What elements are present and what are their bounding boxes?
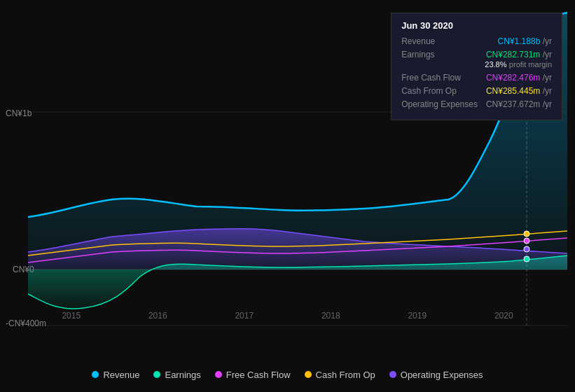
legend-label-opex: Operating Expenses — [401, 370, 483, 380]
legend-label-revenue: Revenue — [103, 370, 139, 380]
tooltip-date: Jun 30 2020 — [401, 20, 552, 31]
x-label-2020: 2020 — [494, 311, 513, 321]
tooltip-opex-label: Operating Expenses — [401, 99, 478, 109]
chart-area: CN¥1b CN¥0 -CN¥400m Jun 30 2020 Revenue … — [0, 0, 575, 357]
legend-dot-earnings — [153, 371, 160, 378]
legend-dot-fcf — [215, 371, 222, 378]
tooltip-fcf-label: Free Cash Flow — [401, 73, 461, 83]
tooltip-opex-value: CN¥237.672m /yr — [486, 99, 552, 109]
tooltip-cashfromop-value: CN¥285.445m /yr — [486, 86, 552, 96]
tooltip-revenue-value: CN¥1.188b /yr — [498, 36, 552, 46]
svg-point-6 — [524, 238, 529, 244]
legend-fcf[interactable]: Free Cash Flow — [215, 370, 291, 380]
legend-dot-revenue — [92, 371, 99, 378]
tooltip-fcf-value: CN¥282.476m /yr — [486, 73, 552, 83]
tooltip-earnings-row: Earnings CN¥282.731m /yr 23.8% profit ma… — [401, 50, 552, 69]
legend-dot-opex — [389, 371, 396, 378]
y-label-1b: CN¥1b — [6, 108, 32, 118]
tooltip-box: Jun 30 2020 Revenue CN¥1.188b /yr Earnin… — [391, 13, 562, 120]
legend-cashfromop[interactable]: Cash From Op — [305, 370, 375, 380]
x-label-2016: 2016 — [148, 311, 167, 321]
tooltip-opex-row: Operating Expenses CN¥237.672m /yr — [401, 99, 552, 109]
svg-point-7 — [524, 231, 529, 237]
tooltip-fcf-row: Free Cash Flow CN¥282.476m /yr — [401, 73, 552, 83]
tooltip-earnings-value: CN¥282.731m /yr 23.8% profit margin — [485, 50, 552, 69]
legend-label-fcf: Free Cash Flow — [226, 370, 291, 380]
tooltip-earnings-label: Earnings — [401, 50, 434, 59]
x-label-2015: 2015 — [62, 311, 81, 321]
x-label-2019: 2019 — [408, 311, 427, 321]
tooltip-cashfromop-label: Cash From Op — [401, 86, 457, 96]
x-label-2017: 2017 — [235, 311, 254, 321]
legend-revenue[interactable]: Revenue — [92, 370, 139, 380]
legend-opex[interactable]: Operating Expenses — [389, 370, 483, 380]
tooltip-revenue-label: Revenue — [401, 36, 435, 46]
tooltip-cashfromop-row: Cash From Op CN¥285.445m /yr — [401, 86, 552, 96]
x-axis-labels: 2015 2016 2017 2018 2019 2020 — [0, 311, 575, 321]
legend-dot-cashfromop — [305, 371, 312, 378]
y-label-0: CN¥0 — [13, 265, 34, 274]
legend-earnings[interactable]: Earnings — [153, 370, 200, 380]
legend-label-cashfromop: Cash From Op — [316, 370, 375, 380]
x-label-2018: 2018 — [321, 311, 340, 321]
svg-point-5 — [524, 256, 529, 262]
legend-label-earnings: Earnings — [165, 370, 200, 380]
tooltip-revenue-row: Revenue CN¥1.188b /yr — [401, 36, 552, 46]
legend-bar: Revenue Earnings Free Cash Flow Cash Fro… — [0, 357, 575, 392]
svg-point-8 — [524, 246, 529, 252]
